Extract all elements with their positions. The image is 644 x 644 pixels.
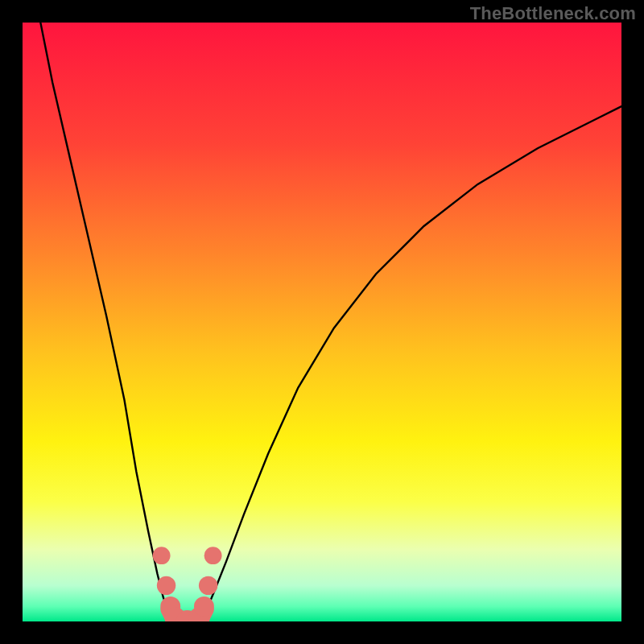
- plot-area: [23, 23, 621, 621]
- valley-dot: [153, 547, 171, 564]
- valley-dot: [157, 576, 175, 595]
- chart-frame: TheBottleneck.com: [0, 0, 644, 644]
- gradient-background: [23, 23, 621, 621]
- valley-dot: [199, 576, 217, 595]
- chart-svg: [23, 23, 621, 621]
- watermark-text: TheBottleneck.com: [470, 3, 636, 24]
- valley-dot: [194, 597, 214, 617]
- valley-dot: [204, 547, 222, 564]
